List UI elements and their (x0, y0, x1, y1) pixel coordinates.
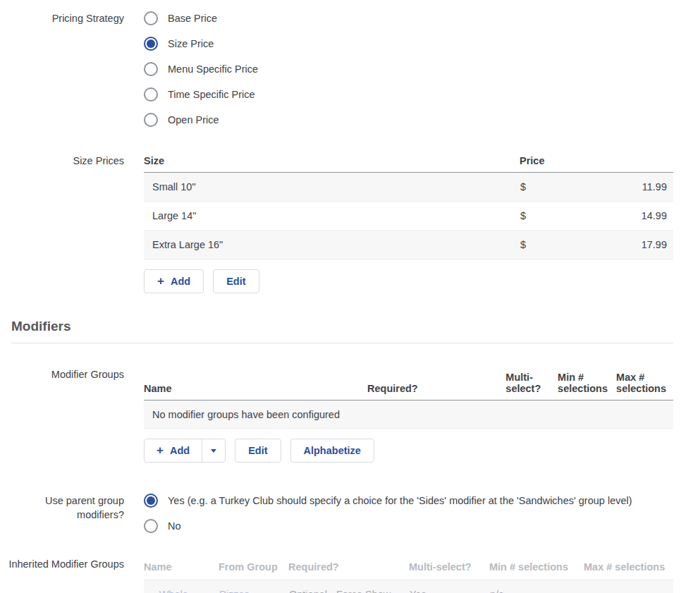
modifiers-section-heading: Modifiers (11, 319, 673, 343)
radio-icon[interactable] (144, 87, 158, 102)
size-prices-table: Size Price Small 10" $ 11.99 Large 14" (144, 151, 673, 259)
alphabetize-button-label: Alphabetize (304, 445, 361, 456)
add-modifier-group-button[interactable]: + Add (145, 439, 202, 462)
radio-label: Base Price (168, 13, 217, 24)
required-column-header: Required? (367, 367, 505, 401)
edit-button-label: Edit (248, 445, 267, 456)
radio-label: Menu Specific Price (168, 63, 258, 75)
max-selections-column-header: Max # selections (616, 367, 673, 401)
currency-symbol: $ (520, 210, 526, 221)
plus-icon: + (157, 275, 164, 287)
radio-option-yes[interactable]: Yes (e.g. a Turkey Club should specify a… (144, 488, 673, 513)
empty-state-message: No modifier groups have been configured (144, 401, 673, 429)
size-column-header: Size (144, 151, 520, 173)
pricing-strategy-label: Pricing Strategy (0, 6, 124, 25)
radio-option-time-specific-price[interactable]: Time Specific Price (144, 82, 673, 107)
max-selections-cell (584, 580, 673, 593)
table-row: Small 10" $ 11.99 (144, 173, 673, 202)
radio-label: Size Price (168, 38, 214, 49)
name-column-header: Name (144, 367, 367, 401)
use-parent-modifiers-row: Use parent group modifiers? Yes (e.g. a … (0, 488, 673, 539)
required-cell: Optional - Force Show (288, 580, 409, 593)
radio-label: No (168, 520, 181, 532)
size-cell: Extra Large 16" (144, 231, 520, 259)
size-prices-label: Size Prices (0, 151, 124, 168)
price-value: 11.99 (642, 181, 667, 192)
edit-button-label: Edit (226, 276, 245, 287)
radio-label: Yes (e.g. a Turkey Club should specify a… (168, 495, 632, 506)
from-group-column-header: From Group (219, 557, 288, 580)
inherited-modifier-groups-table: Name From Group Required? Multi-select? … (144, 557, 673, 593)
size-prices-row: Size Prices Size Price Small 10" $ 11.99 (0, 151, 673, 293)
pricing-strategy-options: Base Price Size Price Menu Specific Pric… (144, 6, 673, 133)
add-button-label: Add (171, 276, 190, 287)
add-options-dropdown-button[interactable] (202, 439, 225, 462)
alphabetize-button[interactable]: Alphabetize (290, 439, 374, 463)
radio-icon[interactable] (144, 519, 158, 533)
item-pricing-page: Pricing Strategy Base Price Size Price M… (0, 0, 700, 593)
min-selections-column-header: Min # selections (489, 557, 584, 580)
radio-label: Open Price (168, 114, 219, 126)
add-modifier-group-split-button: + Add (144, 439, 226, 463)
modifier-group-name-link[interactable]: --Whole-- (152, 589, 195, 593)
required-column-header: Required? (288, 557, 409, 580)
inherited-modifier-groups-label: Inherited Modifier Groups (0, 557, 124, 571)
edit-size-prices-button[interactable]: Edit (213, 269, 259, 293)
price-column-header: Price (520, 151, 673, 173)
table-row: Large 14" $ 14.99 (144, 202, 673, 231)
radio-option-menu-specific-price[interactable]: Menu Specific Price (144, 56, 673, 82)
pricing-strategy-row: Pricing Strategy Base Price Size Price M… (0, 6, 673, 133)
min-selections-column-header: Min # selections (558, 367, 616, 401)
radio-icon[interactable] (144, 62, 158, 76)
currency-symbol: $ (520, 181, 526, 192)
size-cell: Large 14" (144, 202, 520, 231)
table-row: Extra Large 16" $ 17.99 (144, 231, 673, 259)
inherited-group-row: --Whole-- Pizzas Optional - Force Show Y… (144, 580, 673, 593)
add-size-price-button[interactable]: + Add (144, 269, 204, 293)
radio-option-open-price[interactable]: Open Price (144, 107, 673, 133)
price-value: 17.99 (641, 239, 667, 250)
radio-icon[interactable] (144, 11, 158, 25)
radio-option-no[interactable]: No (144, 513, 673, 539)
from-group-link[interactable]: Pizzas (219, 589, 250, 593)
add-button-label: Add (170, 445, 190, 456)
modifier-groups-row: Modifier Groups Name Required? Multi-sel… (0, 367, 673, 463)
radio-label: Time Specific Price (168, 89, 255, 100)
multi-select-cell: Yes (409, 580, 489, 593)
inherited-modifier-groups-row: Inherited Modifier Groups Name From Grou… (0, 557, 673, 593)
max-selections-column-header: Max # selections (584, 557, 673, 580)
radio-option-base-price[interactable]: Base Price (144, 6, 673, 31)
use-parent-modifiers-label: Use parent group modifiers? (0, 488, 124, 522)
radio-option-size-price[interactable]: Size Price (144, 31, 673, 56)
modifier-groups-label: Modifier Groups (0, 367, 124, 381)
radio-selected-icon[interactable] (144, 494, 158, 508)
radio-selected-icon[interactable] (144, 37, 158, 51)
modifier-groups-table: Name Required? Multi-select? Min # selec… (144, 367, 673, 429)
chevron-down-icon (211, 449, 216, 453)
size-cell: Small 10" (144, 173, 520, 202)
multi-select-column-header: Multi-select? (505, 367, 558, 401)
multi-select-column-header: Multi-select? (409, 557, 489, 580)
edit-modifier-groups-button[interactable]: Edit (235, 439, 281, 463)
radio-icon[interactable] (144, 113, 158, 127)
plus-icon: + (156, 444, 164, 456)
currency-symbol: $ (520, 239, 526, 250)
name-column-header: Name (144, 557, 219, 580)
min-selections-cell: n/a (489, 580, 584, 593)
price-value: 14.99 (641, 210, 667, 221)
empty-state-row: No modifier groups have been configured (144, 401, 673, 429)
